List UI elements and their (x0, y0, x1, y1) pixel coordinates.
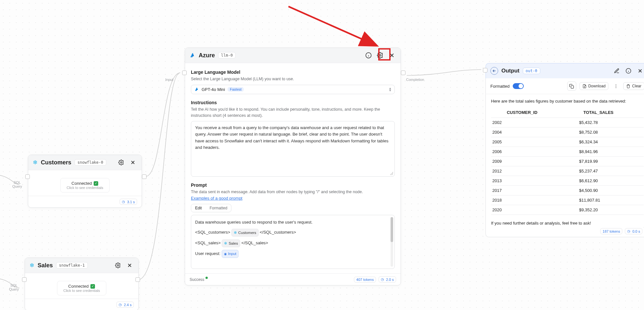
table-row: 2013$6,612.90 (491, 176, 644, 186)
tokens-badge: 187 tokens (600, 228, 622, 234)
port-out-customers[interactable] (142, 174, 146, 179)
settings-button[interactable] (376, 51, 384, 60)
formatted-toggle[interactable] (513, 83, 524, 89)
tokens-badge: 407 tokens (354, 277, 376, 282)
instructions-textarea[interactable]: You receive a result from a query to the… (191, 121, 395, 177)
model-tag: Fastest (228, 87, 244, 92)
table-row: 2009$7,819.99 (491, 157, 644, 166)
connection-status[interactable]: Connected✓ Click to see credentials (57, 281, 106, 295)
close-button[interactable] (388, 51, 396, 60)
prompt-tabset: Edit Formatted (191, 204, 231, 212)
download-button[interactable]: Download (580, 82, 608, 90)
formatted-label: Formatted (490, 84, 509, 89)
chip-customers[interactable]: ❄Customers (231, 229, 259, 237)
table-row: 2005$6,324.34 (491, 137, 644, 147)
table-row: 2018$11,807.81 (491, 195, 644, 205)
node-title: Sales (38, 262, 53, 269)
svg-point-3 (380, 55, 381, 56)
azure-icon (194, 87, 199, 92)
scrollbar[interactable] (391, 217, 393, 267)
table-row: 2012$5,237.47 (491, 166, 644, 176)
svg-rect-7 (571, 85, 574, 88)
port-label-sales-in: SQLQuery (6, 283, 22, 291)
table-row: 2017$4,500.90 (491, 186, 644, 195)
edit-button[interactable] (613, 67, 621, 75)
close-button[interactable] (129, 158, 137, 167)
tab-edit[interactable]: Edit (191, 204, 206, 212)
port-in-customers[interactable] (25, 174, 30, 179)
chip-input[interactable]: ◉Input (222, 250, 239, 258)
output-table: CUSTOMER_ID TOTAL_SALES 2002$5,432.78200… (491, 107, 644, 215)
llm-section-title: Large Language Model (191, 70, 395, 75)
table-row: 2020$9,352.20 (491, 205, 644, 215)
table-row: 2004$8,752.08 (491, 127, 644, 137)
instructions-title: Instructions (191, 100, 395, 105)
annotation-arrow (285, 3, 392, 55)
port-out-sales[interactable] (135, 277, 140, 282)
instructions-subtitle: Tell the AI how you'd like it to respond… (191, 106, 395, 119)
node-azure-llm[interactable]: Azure llm-0 Large Language Model Select … (185, 48, 401, 285)
node-id-badge: snowflake-1 (56, 262, 88, 269)
chevron-updown-icon: ▴▾ (389, 87, 391, 92)
col-total-sales: TOTAL_SALES (553, 107, 644, 118)
svg-point-1 (117, 265, 119, 266)
node-sales[interactable]: ❄ Sales snowflake-1 Connected✓ Click to … (25, 258, 139, 310)
info-button[interactable] (624, 67, 633, 75)
port-label-customers-in: SQLQuery (9, 181, 25, 188)
snowflake-icon: ❄ (33, 160, 38, 165)
copy-button[interactable] (567, 82, 576, 91)
node-customers[interactable]: ❄ Customers snowflake-0 Connected✓ Click… (28, 155, 142, 208)
status-label: Success (190, 277, 208, 282)
port-in-sales[interactable] (22, 277, 27, 282)
connection-status[interactable]: Connected✓ Click to see credentials (60, 178, 109, 193)
snowflake-icon: ❄ (29, 262, 34, 268)
svg-line-5 (288, 6, 376, 45)
table-row: 2002$5,432.78 (491, 118, 644, 127)
node-id-badge: out-0 (523, 68, 540, 74)
svg-point-10 (615, 87, 616, 88)
prompt-title: Prompt (191, 183, 395, 188)
model-name: GPT-4o Mini (202, 87, 225, 92)
node-title: Azure (199, 52, 215, 59)
chip-sales[interactable]: ❄Sales (222, 239, 240, 248)
settings-button[interactable] (114, 261, 122, 270)
prompt-textarea[interactable]: Data warehouse queries used to respond t… (191, 215, 395, 269)
settings-button[interactable] (117, 158, 125, 167)
back-button[interactable] (490, 67, 498, 75)
llm-section-subtitle: Select the Large Language Model (LLM) yo… (191, 76, 395, 82)
output-intro: Here are the total sales figures by cust… (491, 99, 644, 104)
elapsed-badge: 2.4 s (116, 302, 134, 308)
tab-formatted[interactable]: Formatted (206, 204, 231, 212)
check-icon: ✓ (90, 284, 95, 289)
node-output[interactable]: Output out-0 Formatted Download Clear (486, 63, 644, 237)
port-out-azure[interactable] (401, 71, 405, 75)
node-id-badge: snowflake-0 (75, 159, 106, 166)
col-customer-id: CUSTOMER_ID (491, 107, 553, 118)
prompt-subtitle: The data sent in each message. Add data … (191, 189, 395, 195)
elapsed-badge: 3.1 s (120, 199, 137, 205)
port-label-azure-in: Input (165, 78, 173, 82)
output-outro: If you need further details or analysis,… (491, 221, 644, 226)
table-row: 2006$8,941.96 (491, 147, 644, 157)
svg-point-9 (615, 86, 616, 86)
azure-icon (190, 52, 195, 58)
port-in-output[interactable] (483, 68, 487, 72)
port-label-azure-out: Completion (406, 78, 424, 82)
close-button[interactable] (636, 67, 644, 75)
port-in-azure[interactable] (182, 71, 187, 75)
svg-point-0 (121, 162, 122, 163)
info-button[interactable] (364, 51, 373, 60)
more-button[interactable] (612, 82, 620, 90)
svg-point-8 (615, 84, 616, 85)
elapsed-badge: 2.0 s (379, 276, 396, 282)
node-title: Customers (41, 159, 71, 166)
node-title: Output (501, 68, 520, 74)
close-button[interactable] (125, 261, 134, 270)
check-icon: ✓ (94, 181, 98, 186)
elapsed-badge: 0.0 s (625, 228, 642, 234)
node-id-badge: llm-0 (218, 52, 236, 59)
clear-button[interactable]: Clear (623, 82, 644, 90)
model-select[interactable]: GPT-4o Mini Fastest ▴▾ (191, 85, 395, 94)
prompt-examples-link[interactable]: Examples of a good prompt (191, 196, 242, 201)
